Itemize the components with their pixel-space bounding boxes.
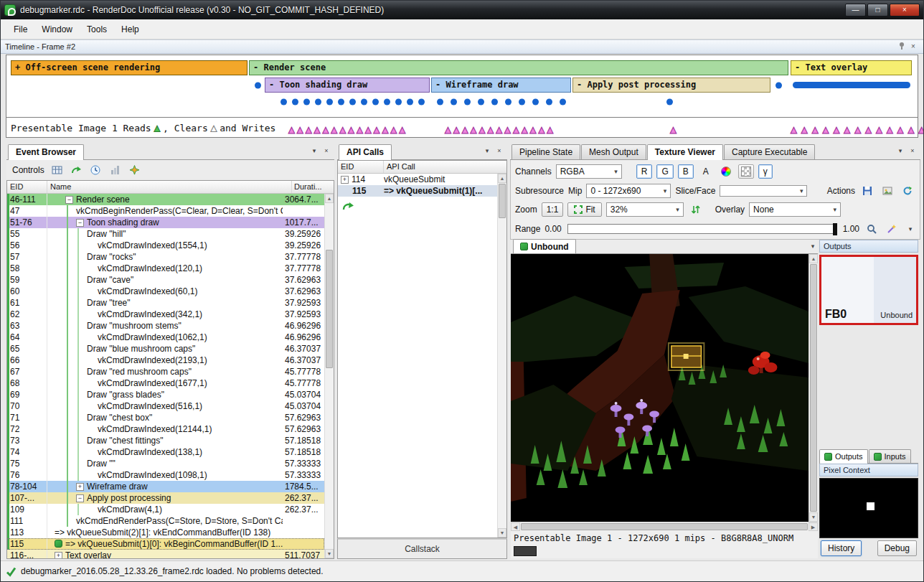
timeline-activity-line[interactable]	[793, 82, 910, 88]
event-row[interactable]: 58vkCmdDrawIndexed(120,1)37.77778	[7, 263, 324, 274]
fb0-thumbnail[interactable]: FB0 Unbound	[819, 255, 918, 325]
event-row[interactable]: 62vkCmdDrawIndexed(342,1)37.92593	[7, 309, 324, 320]
event-dot-icon[interactable]	[666, 99, 673, 105]
event-row[interactable]: 46-111−Render scene3064.7...	[7, 194, 324, 205]
menu-item-window[interactable]: Window	[34, 22, 80, 37]
write-marker-icon[interactable]: ▲	[668, 124, 679, 135]
event-row[interactable]: 51-76−Toon shading draw1017.7...	[7, 217, 324, 228]
event-row[interactable]: 109vkCmdDraw(4,1)262.37...	[7, 504, 324, 515]
event-dot-icon[interactable]	[280, 99, 287, 105]
write-marker-icon[interactable]: ▲	[895, 124, 906, 135]
menu-item-help[interactable]: Help	[114, 22, 146, 37]
write-marker-icon[interactable]: ▲	[852, 124, 863, 135]
event-row[interactable]: 63Draw "mushroom stems"46.96296	[7, 320, 324, 332]
timeline-marker-bar[interactable]: - Wireframe draw	[431, 78, 571, 93]
event-dot-icon[interactable]	[519, 99, 525, 105]
event-row[interactable]: 59Draw "cave"37.62963	[7, 274, 324, 286]
event-dot-icon[interactable]	[560, 99, 566, 105]
event-row[interactable]: 70vkCmdDrawIndexed(516,1)45.03704	[7, 400, 324, 412]
tab-mesh-output[interactable]: Mesh Output	[581, 144, 646, 159]
scroll-thumb[interactable]	[521, 523, 808, 530]
write-marker-icon[interactable]: ▲	[397, 124, 407, 135]
magnifier-icon[interactable]	[864, 222, 880, 236]
collapse-chevron-icon[interactable]: ▾	[905, 225, 915, 234]
event-row[interactable]: 76vkCmdDrawIndexed(1098,1)57.33333	[7, 469, 324, 481]
range-slider[interactable]	[567, 224, 837, 234]
timeline-marker-bar[interactable]: - Render scene	[249, 60, 788, 75]
event-row[interactable]: 113=> vkQueueSubmit(2)[1]: vkEndCommandB…	[7, 527, 324, 538]
expander-icon[interactable]: −	[76, 494, 84, 502]
scroll-up-icon[interactable]: ▲	[325, 194, 334, 203]
api-call-row[interactable]: +114vkQueueSubmit	[338, 174, 497, 185]
write-marker-icon[interactable]: ▲	[905, 124, 916, 135]
write-marker-icon[interactable]: ▲	[916, 124, 924, 135]
event-row[interactable]: 107-...−Apply post processing262.37...	[7, 492, 324, 504]
api-call-row[interactable]: 115=> vkQueueSubmit(1)[...	[338, 185, 497, 197]
flip-y-icon[interactable]	[688, 202, 704, 217]
event-row[interactable]: 56vkCmdDrawIndexed(1554,1)39.25926	[7, 240, 324, 251]
range-slider-handle[interactable]	[833, 223, 837, 235]
write-marker-icon[interactable]: ▲	[544, 124, 555, 135]
channel-r-button[interactable]: R	[636, 164, 653, 179]
color-wheel-icon[interactable]	[718, 164, 734, 179]
column-name[interactable]: Name	[47, 181, 292, 193]
tab-outputs[interactable]: Outputs	[819, 449, 868, 464]
export-image-icon[interactable]	[880, 184, 895, 198]
stats-icon[interactable]	[109, 164, 122, 177]
mip-select[interactable]: 0 - 1272x690▾	[586, 184, 671, 198]
event-dot-icon[interactable]	[338, 99, 344, 105]
alpha-checkerboard-icon[interactable]	[738, 164, 754, 179]
timeline-marker-bar[interactable]: + Off-screen scene rendering	[11, 60, 248, 75]
overlay-select[interactable]: None▾	[749, 202, 841, 217]
event-row[interactable]: 78-104+Wireframe draw1784.5...	[7, 481, 324, 492]
event-dot-icon[interactable]	[546, 99, 552, 105]
texture-horizontal-scrollbar[interactable]: ◀ ▶	[511, 522, 818, 531]
channel-g-button[interactable]: G	[656, 164, 673, 179]
autofit-wand-icon[interactable]	[884, 222, 900, 236]
event-row[interactable]: 61Draw "tree"37.92593	[7, 297, 324, 309]
maximize-button[interactable]: □	[867, 4, 888, 17]
write-marker-icon[interactable]: ▲	[874, 124, 885, 135]
find-grid-icon[interactable]	[51, 164, 64, 177]
event-dot-icon[interactable]	[532, 99, 539, 105]
timeline-panel[interactable]: + Off-screen scene rendering- Render sce…	[6, 55, 918, 138]
event-row[interactable]: 116-...+Text overlay511.7037	[7, 550, 324, 558]
scroll-down-icon[interactable]: ▼	[498, 528, 506, 538]
event-row[interactable]: 71Draw "chest box"57.62963	[7, 412, 324, 423]
timeline-marker-bar[interactable]: - Apply post processing	[572, 78, 770, 93]
dropdown-icon[interactable]: ▾	[309, 146, 319, 156]
tab-pipeline-state[interactable]: Pipeline State	[512, 144, 580, 159]
timeline-marker-bar[interactable]: - Toon shading draw	[265, 78, 430, 93]
clock-icon[interactable]	[90, 164, 103, 177]
menu-item-file[interactable]: File	[6, 22, 34, 37]
event-dot-icon[interactable]	[491, 99, 498, 105]
event-row[interactable]: 115=> vkQueueSubmit(1)[0]: vkBeginComman…	[7, 538, 324, 550]
event-row[interactable]: 69Draw "grass blades"45.03704	[7, 389, 324, 400]
expander-icon[interactable]: +	[55, 552, 62, 558]
titlebar[interactable]: debugmarker.rdc - RenderDoc Unofficial r…	[1, 1, 923, 19]
zoom-percent-select[interactable]: 32%▾	[606, 202, 684, 217]
gamma-button[interactable]: γ	[758, 164, 773, 179]
event-dot-icon[interactable]	[451, 99, 457, 105]
close-icon[interactable]: ×	[494, 146, 504, 156]
event-dot-icon[interactable]	[384, 99, 390, 105]
write-marker-icon[interactable]: ▲	[821, 124, 831, 135]
expander-icon[interactable]: +	[76, 483, 84, 491]
write-marker-icon[interactable]: ▲	[863, 124, 874, 135]
channels-select[interactable]: RGBA▾	[556, 164, 622, 179]
event-row[interactable]: 66vkCmdDrawIndexed(2193,1)46.37037	[7, 355, 324, 366]
event-row[interactable]: 65Draw "blue mushroom caps"46.37037	[7, 343, 324, 355]
event-row[interactable]: 72vkCmdDrawIndexed(12144,1)57.62963	[7, 423, 324, 435]
scroll-down-icon[interactable]: ▼	[325, 549, 334, 558]
zoom-1to1-button[interactable]: 1:1	[542, 202, 564, 217]
slice-face-select[interactable]: ▾	[720, 185, 807, 197]
texture-image[interactable]	[511, 254, 808, 522]
event-row[interactable]: 47vkCmdBeginRenderPass(C=Clear, D=Clear,…	[7, 205, 324, 217]
event-row[interactable]: 64vkCmdDrawIndexed(1062,1)46.96296	[7, 332, 324, 343]
event-dot-icon[interactable]	[407, 99, 413, 105]
column-eid[interactable]: EID	[7, 181, 47, 193]
pin-icon[interactable]	[896, 42, 908, 52]
event-dot-icon[interactable]	[464, 99, 471, 105]
event-dot-icon[interactable]	[292, 99, 298, 105]
save-icon[interactable]	[859, 184, 875, 198]
